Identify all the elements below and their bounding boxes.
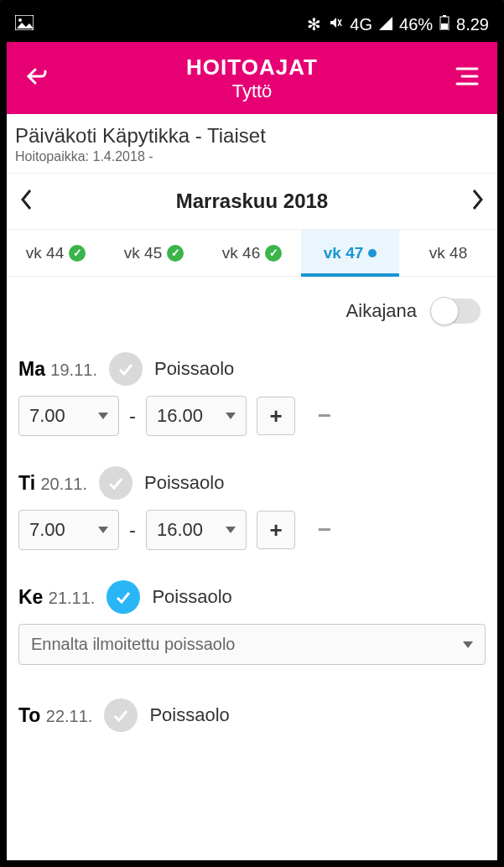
location-block: Päiväkoti Käpytikka - Tiaiset Hoitopaikk… [7, 114, 497, 174]
network-type: 4G [350, 15, 372, 34]
image-icon [15, 15, 34, 34]
remove-time-button[interactable]: − [305, 511, 344, 549]
absent-toggle[interactable] [107, 580, 140, 614]
caret-down-icon [226, 527, 236, 533]
app-header: HOITOAJAT Tyttö [7, 42, 497, 114]
caret-down-icon [98, 527, 108, 533]
prev-month-button[interactable] [20, 189, 34, 214]
day-label: Ma 19.11. [18, 358, 97, 381]
week-tab-label: vk 44 [26, 244, 64, 262]
add-time-button[interactable]: + [257, 397, 295, 435]
absent-label: Poissaolo [144, 472, 224, 494]
timeline-toggle[interactable] [432, 299, 481, 324]
remove-time-button[interactable]: − [305, 397, 344, 435]
month-label: Marraskuu 2018 [176, 189, 328, 213]
week-tab-46[interactable]: vk 46 ✓ [203, 230, 301, 276]
week-tab-47[interactable]: vk 47 [301, 230, 399, 276]
end-time-select[interactable]: 16.00 [146, 510, 247, 550]
absence-reason-select[interactable]: Ennalta ilmoitettu poissaolo [18, 624, 486, 665]
day-thu: To 22.11. Poissaolo [7, 683, 497, 747]
day-tue: Ti 20.11. Poissaolo 7.00 - 16.00 + [7, 451, 497, 555]
start-time-select[interactable]: 7.00 [18, 396, 119, 436]
week-tab-label: vk 45 [124, 244, 162, 262]
svg-rect-6 [441, 23, 448, 29]
week-tab-label: vk 46 [222, 244, 260, 262]
week-tab-label: vk 47 [324, 244, 364, 262]
toggle-knob [430, 297, 459, 325]
week-tab-45[interactable]: vk 45 ✓ [105, 230, 203, 276]
battery-percent: 46% [399, 15, 433, 34]
start-time-value: 7.00 [29, 405, 65, 427]
absent-toggle[interactable] [104, 698, 138, 732]
dash-separator: - [129, 518, 136, 542]
week-tabs: vk 44 ✓ vk 45 ✓ vk 46 ✓ vk 47 vk 48 [7, 230, 497, 277]
dash-separator: - [129, 404, 136, 428]
start-time-value: 7.00 [29, 519, 65, 541]
day-wed: Ke 21.11. Poissaolo Ennalta ilmoitettu p… [7, 565, 497, 670]
caret-down-icon [226, 413, 236, 419]
week-tab-48[interactable]: vk 48 [399, 230, 497, 276]
battery-icon [439, 15, 449, 34]
back-button[interactable] [23, 63, 50, 93]
end-time-select[interactable]: 16.00 [146, 396, 247, 436]
absent-label: Poissaolo [154, 358, 234, 380]
week-tab-44[interactable]: vk 44 ✓ [7, 230, 105, 276]
check-icon: ✓ [167, 245, 184, 262]
week-tab-label: vk 48 [429, 244, 467, 262]
absent-toggle[interactable] [109, 352, 143, 386]
bluetooth-icon: ✻ [307, 14, 321, 34]
clock: 8.29 [456, 15, 489, 34]
signal-icon [379, 15, 392, 34]
check-icon: ✓ [265, 245, 282, 262]
day-mon: Ma 19.11. Poissaolo 7.00 - 16.00 + [7, 337, 497, 441]
absent-label: Poissaolo [149, 704, 229, 726]
active-dot-icon [368, 249, 377, 257]
page-title: HOITOAJAT [50, 55, 454, 80]
location-name: Päiväkoti Käpytikka - Tiaiset [15, 124, 489, 148]
day-label: To 22.11. [18, 704, 92, 727]
end-time-value: 16.00 [157, 519, 203, 541]
absent-label: Poissaolo [152, 586, 231, 608]
menu-button[interactable] [454, 65, 481, 91]
page-subtitle: Tyttö [50, 80, 454, 102]
absent-toggle[interactable] [99, 466, 132, 500]
check-icon: ✓ [69, 245, 86, 262]
add-time-button[interactable]: + [257, 511, 295, 549]
caret-down-icon [98, 413, 108, 419]
status-bar: ✻ 4G 46% 8.29 [7, 7, 497, 42]
mute-icon [328, 15, 343, 34]
end-time-value: 16.00 [157, 405, 203, 427]
day-label: Ke 21.11. [18, 586, 95, 609]
caret-down-icon [463, 641, 473, 648]
timeline-label: Aikajana [346, 300, 417, 322]
next-month-button[interactable] [470, 189, 484, 214]
absence-reason-value: Ennalta ilmoitettu poissaolo [31, 635, 235, 654]
location-sub: Hoitopaikka: 1.4.2018 - [15, 149, 489, 164]
svg-point-1 [18, 18, 22, 22]
start-time-select[interactable]: 7.00 [18, 510, 119, 550]
month-navigator: Marraskuu 2018 [7, 174, 497, 230]
day-label: Ti 20.11. [18, 472, 87, 495]
